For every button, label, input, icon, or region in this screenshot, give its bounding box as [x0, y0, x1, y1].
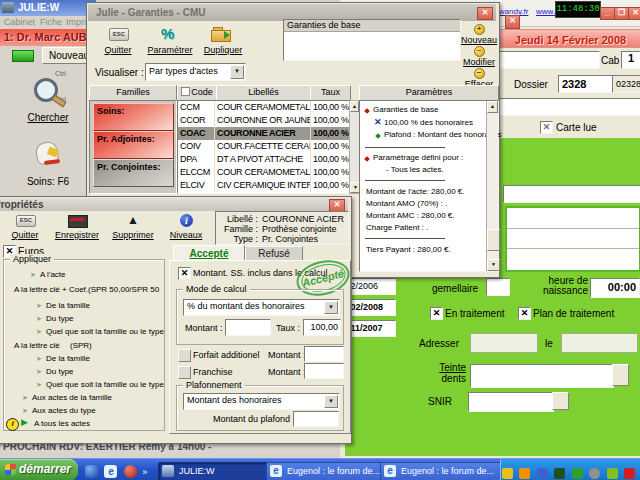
esc-key-icon: ESC — [16, 215, 36, 227]
adresser-field[interactable] — [470, 333, 538, 353]
table-row[interactable]: ELCIVCIV CERAMIQUE INTER100,00 % hono — [178, 179, 350, 192]
garanties-dupliquer-button[interactable]: Dupliquer — [199, 25, 247, 61]
chercher-button[interactable]: Chercher — [4, 74, 92, 134]
table-row[interactable]: ELCCMCOUR CERAMOMETAL IN100,00 % hono — [178, 166, 350, 179]
col-code[interactable]: Code — [177, 85, 217, 101]
scroll-thumb[interactable] — [487, 229, 500, 251]
tray-chart-icon[interactable] — [572, 468, 583, 479]
tray-network-icon[interactable] — [537, 468, 548, 479]
carte-lue-checkbox[interactable]: ✕ — [540, 121, 553, 134]
apply-item[interactable]: Quel que soit la famille ou le type — [46, 380, 164, 389]
col-taux[interactable]: Taux — [310, 85, 351, 101]
apply-item-selected[interactable]: A tous les actes — [34, 419, 90, 428]
apply-item[interactable]: De la famille — [46, 354, 90, 363]
famille-conjointes[interactable]: Pr. Conjointes: — [93, 159, 174, 187]
address-field-top[interactable] — [503, 185, 640, 203]
teinte-dents-button[interactable] — [612, 364, 629, 386]
forfait-checkbox[interactable] — [178, 349, 191, 362]
plan-traitement-checkbox[interactable]: ✕ — [518, 307, 531, 320]
red-launch-icon[interactable] — [124, 465, 137, 478]
visualiser-combo[interactable]: Par types d'actes ▼ — [145, 63, 246, 81]
scroll-up-icon[interactable]: ▲ — [350, 101, 359, 112]
apply-item[interactable]: A l'acte — [40, 270, 66, 279]
table-row[interactable]: COIVCOUR.FACETTE CERAM.100,00 % hono — [178, 140, 350, 153]
scroll-down-icon[interactable]: ▼ — [487, 259, 500, 271]
heure-field[interactable]: 00:00 — [590, 278, 640, 298]
nouveau-garantie-button[interactable]: + Nouveau — [461, 23, 497, 43]
prop-quitter-button[interactable]: ESC Quitter — [3, 213, 47, 243]
scroll-up-icon[interactable]: ▲ — [487, 101, 498, 113]
address-box[interactable] — [505, 206, 640, 272]
apply-item[interactable]: Aux actes du type — [32, 406, 96, 415]
en-traitement-checkbox[interactable]: ✕ — [430, 307, 443, 320]
taux-field[interactable]: 100,00 — [303, 319, 341, 336]
modifier-garantie-button[interactable]: ~ Modifier — [461, 45, 497, 65]
combo-spin-icon[interactable]: ▼ — [230, 65, 244, 79]
name-field[interactable] — [498, 51, 600, 69]
minimize-button[interactable]: _ — [600, 7, 615, 20]
taskbar-item-eugenol-2[interactable]: e Eugenol : le forum de... — [380, 462, 512, 480]
gemellaire-field[interactable] — [486, 278, 510, 296]
prop-enregistrer-button[interactable]: Enregistrer — [51, 213, 103, 243]
parametres-scrollbar[interactable]: ▲ ▼ — [486, 101, 498, 271]
col-familles[interactable]: Familles — [89, 85, 177, 101]
snir-field[interactable] — [468, 392, 554, 412]
snir-button[interactable] — [552, 392, 569, 410]
ie-launch-icon[interactable]: e — [104, 465, 117, 478]
plafond-field[interactable] — [293, 411, 339, 427]
col-libelles[interactable]: Libellés — [216, 85, 311, 101]
apply-item[interactable]: Quel que soit la famille ou le type — [46, 327, 164, 336]
apply-item[interactable]: Du type — [46, 367, 74, 376]
table-row[interactable]: CCORCOURONNE OR JAUNE100,00 % hono — [178, 114, 350, 127]
combo-spin-icon[interactable]: ▼ — [324, 395, 338, 408]
close-button[interactable]: ✕ — [628, 7, 640, 20]
dossier-field[interactable]: 2328 — [558, 75, 615, 93]
apply-item[interactable]: Aux actes de la famille — [32, 393, 112, 402]
garanties-listbox[interactable]: Garanties de base — [283, 19, 461, 61]
tray-user-icon[interactable] — [502, 468, 513, 479]
famille-adjointes[interactable]: Pr. Adjointes: — [93, 131, 174, 159]
tray-binoculars-icon[interactable] — [554, 468, 565, 479]
montant-field[interactable] — [225, 319, 271, 336]
mode-calcul-combo[interactable]: % du montant des honoraires ▼ — [183, 299, 340, 316]
combo-spin-icon[interactable]: ▼ — [324, 301, 338, 314]
adresser-date-field[interactable] — [561, 333, 638, 353]
forfait-montant-field[interactable] — [304, 346, 344, 362]
date-banner-text: Jeudi 14 Février 2008 — [515, 34, 626, 46]
apply-item[interactable]: A la lettre clé — [14, 341, 60, 350]
table-row[interactable]: DPADT A PIVOT ATTACHE100,00 % hono — [178, 153, 350, 166]
tray-shield-icon[interactable] — [607, 468, 618, 479]
table-row[interactable]: CCMCOUR CERAMOMETAL100,00 % hono — [178, 101, 350, 114]
chevron-icon[interactable]: » — [142, 467, 147, 477]
garanties-close-icon[interactable]: ✕ — [477, 7, 493, 20]
prop-supprimer-button[interactable]: ▲ Supprimer — [107, 213, 159, 243]
plafonnement-combo[interactable]: Montant des honoraires ▼ — [183, 393, 340, 410]
restore-button[interactable]: ❐ — [614, 7, 629, 20]
prop-niveaux-button[interactable]: i Niveaux — [163, 213, 209, 243]
quick-launch-icon-1[interactable] — [85, 465, 98, 478]
tray-lock-icon[interactable] — [519, 468, 530, 479]
extra-field[interactable] — [498, 98, 640, 116]
menu-fiche[interactable]: Fiche — [40, 17, 62, 27]
apply-item[interactable]: De la famille — [46, 301, 90, 310]
franchise-montant-field[interactable] — [304, 363, 344, 379]
garanties-parametrer-button[interactable]: % Paramétrer — [145, 25, 195, 61]
start-button[interactable]: démarrer — [0, 459, 78, 480]
montant-ss-checkbox[interactable]: ✕ — [178, 267, 191, 280]
effacer-garantie-button[interactable]: − Effacer — [461, 67, 497, 87]
menu-cabinet[interactable]: Cabinet — [4, 17, 35, 27]
franchise-checkbox[interactable] — [178, 366, 191, 379]
panel-close-icon[interactable]: ✕ — [505, 15, 520, 29]
garanties-quitter-button[interactable]: ESC Quitter — [95, 25, 141, 61]
table-row-selected[interactable]: COACCOURONNE ACIER100,00 % hono — [178, 127, 350, 140]
cab-field[interactable]: 1 — [621, 51, 640, 69]
proprietes-close-icon[interactable]: ✕ — [329, 199, 345, 211]
tray-avira-icon[interactable] — [624, 468, 635, 479]
apply-item[interactable]: Du type — [46, 314, 74, 323]
taskbar-item-eugenol-1[interactable]: e Eugenol : le forum de... — [266, 462, 398, 480]
apply-item[interactable]: A la lettre clé + Coef. — [14, 285, 88, 294]
soins-button[interactable]: Soins: F6 — [4, 138, 92, 198]
teinte-dents-field[interactable] — [470, 364, 614, 388]
tray-volume-icon[interactable] — [589, 468, 600, 479]
famille-soins[interactable]: Soins: — [93, 103, 174, 131]
